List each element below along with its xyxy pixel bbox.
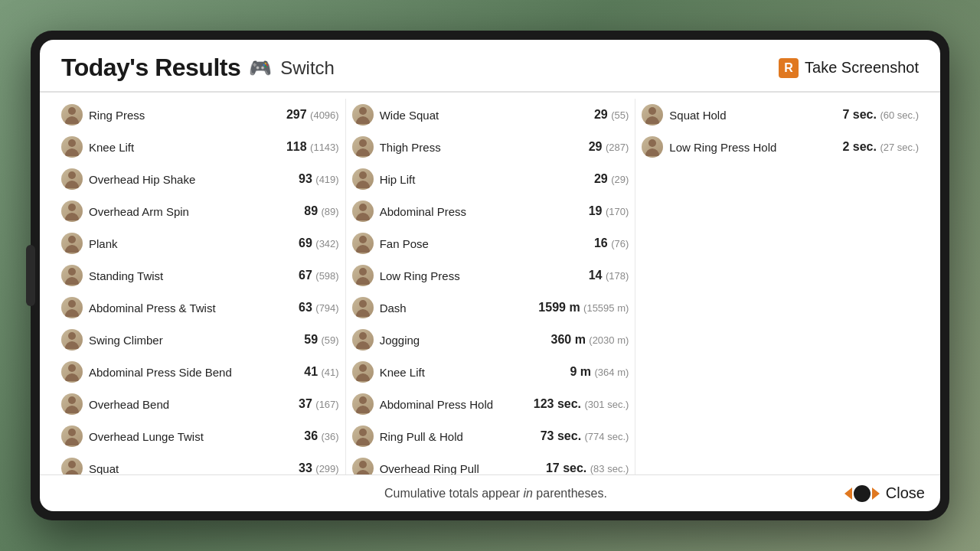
exercise-avatar: [61, 168, 83, 190]
exercise-name: Overhead Lunge Twist: [89, 430, 298, 443]
result-row: Low Ring Press14 (178): [346, 259, 635, 292]
exercise-name: Fan Pose: [380, 237, 588, 250]
exercise-score: 9 m (364 m): [570, 365, 629, 379]
exercise-avatar: [352, 265, 374, 286]
exercise-avatar: [352, 329, 374, 350]
close-arrow-right: [872, 487, 880, 500]
close-arrow-left: [844, 487, 852, 500]
column-1: Wide Squat29 (55)Thigh Press29 (287)Hip …: [345, 99, 635, 474]
r-button: R: [779, 58, 799, 78]
exercise-score: 123 sec. (301 sec.): [534, 397, 629, 411]
result-row: Standing Twist67 (598): [55, 259, 345, 292]
exercise-name: Low Ring Press Hold: [669, 141, 836, 154]
result-row: Ring Pull & Hold73 sec. (774 sec.): [346, 420, 635, 452]
exercise-avatar: [642, 136, 663, 158]
exercise-name: Abdominal Press: [380, 205, 583, 218]
exercise-name: Knee Lift: [380, 366, 564, 379]
result-row: Squat Hold7 sec. (60 sec.): [635, 99, 925, 131]
result-row: Abdominal Press & Twist63 (794): [55, 292, 345, 324]
close-head: [854, 485, 871, 502]
exercise-avatar: [61, 104, 83, 126]
result-row: Dash1599 m (15595 m): [346, 292, 635, 324]
exercise-name: Hip Lift: [380, 173, 588, 186]
exercise-name: Overhead Hip Shake: [89, 173, 292, 186]
exercise-score: 73 sec. (774 sec.): [541, 429, 629, 443]
switch-label: Switch: [280, 57, 335, 79]
footer: Cumulative totals appear in parentheses.…: [40, 474, 940, 511]
result-row: Wide Squat29 (55): [346, 99, 635, 131]
screenshot-label[interactable]: Take Screenshot: [805, 59, 919, 77]
result-row: Knee Lift9 m (364 m): [346, 356, 635, 388]
exercise-name: Knee Lift: [89, 141, 280, 154]
exercise-avatar: [642, 104, 663, 126]
result-row: Jogging360 m (2030 m): [346, 324, 635, 356]
result-row: Overhead Lunge Twist36 (36): [55, 420, 345, 452]
exercise-avatar: [61, 425, 83, 447]
exercise-name: Standing Twist: [89, 269, 292, 282]
exercise-score: 93 (419): [299, 172, 339, 186]
exercise-avatar: [61, 297, 83, 318]
exercise-avatar: [61, 136, 83, 158]
exercise-name: Jogging: [380, 334, 545, 347]
exercise-name: Ring Press: [89, 109, 280, 122]
exercise-score: 41 (41): [304, 365, 338, 379]
exercise-name: Ring Pull & Hold: [380, 430, 534, 443]
result-row: Knee Lift118 (1143): [55, 131, 345, 163]
column-0: Ring Press297 (4096)Knee Lift118 (1143)O…: [55, 99, 345, 474]
result-row: Low Ring Press Hold2 sec. (27 sec.): [635, 131, 925, 163]
exercise-avatar: [61, 361, 83, 383]
exercise-avatar: [352, 458, 374, 474]
column-2: Squat Hold7 sec. (60 sec.)Low Ring Press…: [635, 99, 925, 474]
switch-icon: 🎮: [248, 56, 273, 80]
exercise-avatar: [352, 201, 374, 222]
footer-note: Cumulative totals appear in parentheses.: [147, 487, 844, 500]
result-row: Ring Press297 (4096): [55, 99, 345, 131]
exercise-avatar: [352, 104, 374, 126]
exercise-name: Abdominal Press Side Bend: [89, 366, 298, 379]
exercise-score: 118 (1143): [286, 140, 339, 154]
header-right: R Take Screenshot: [779, 58, 919, 78]
exercise-name: Wide Squat: [380, 109, 588, 122]
exercise-score: 36 (36): [304, 429, 338, 443]
exercise-score: 33 (299): [299, 461, 339, 474]
exercise-score: 37 (167): [299, 397, 339, 411]
exercise-score: 7 sec. (60 sec.): [842, 108, 919, 122]
exercise-score: 59 (59): [304, 333, 338, 347]
exercise-name: Overhead Bend: [89, 398, 292, 411]
exercise-avatar: [352, 297, 374, 318]
exercise-score: 63 (794): [299, 301, 339, 315]
result-row: Overhead Ring Pull17 sec. (83 sec.): [346, 452, 635, 474]
exercise-score: 29 (29): [594, 172, 629, 186]
exercise-name: Squat: [89, 462, 292, 475]
results-content: Ring Press297 (4096)Knee Lift118 (1143)O…: [40, 93, 940, 474]
result-row: Fan Pose16 (76): [346, 227, 635, 259]
exercise-name: Plank: [89, 237, 292, 250]
exercise-avatar: [61, 201, 83, 222]
close-icon: [844, 485, 880, 502]
result-row: Squat33 (299): [55, 452, 345, 474]
exercise-score: 360 m (2030 m): [550, 333, 629, 347]
exercise-score: 1599 m (15595 m): [538, 301, 629, 315]
result-row: Abdominal Press Side Bend41 (41): [55, 356, 345, 388]
screen: Today's Results 🎮 Switch R Take Screensh…: [40, 40, 940, 511]
exercise-name: Overhead Arm Spin: [89, 205, 298, 218]
exercise-score: 297 (4096): [286, 108, 339, 122]
exercise-score: 2 sec. (27 sec.): [842, 140, 919, 154]
exercise-name: Abdominal Press & Twist: [89, 302, 292, 315]
exercise-name: Swing Climber: [89, 334, 298, 347]
side-handle: [26, 245, 35, 306]
exercise-avatar: [352, 425, 374, 447]
result-row: Overhead Arm Spin89 (89): [55, 195, 345, 227]
close-label: Close: [886, 484, 925, 502]
result-row: Overhead Bend37 (167): [55, 388, 345, 420]
exercise-score: 67 (598): [299, 269, 339, 282]
result-row: Abdominal Press19 (170): [346, 195, 635, 227]
result-row: Overhead Hip Shake93 (419): [55, 163, 345, 195]
close-button[interactable]: Close: [844, 484, 925, 502]
exercise-score: 16 (76): [594, 236, 629, 250]
result-row: Plank69 (342): [55, 227, 345, 259]
exercise-score: 29 (55): [594, 108, 629, 122]
exercise-avatar: [61, 458, 83, 474]
exercise-avatar: [61, 393, 83, 415]
page-title: Today's Results: [61, 54, 240, 82]
